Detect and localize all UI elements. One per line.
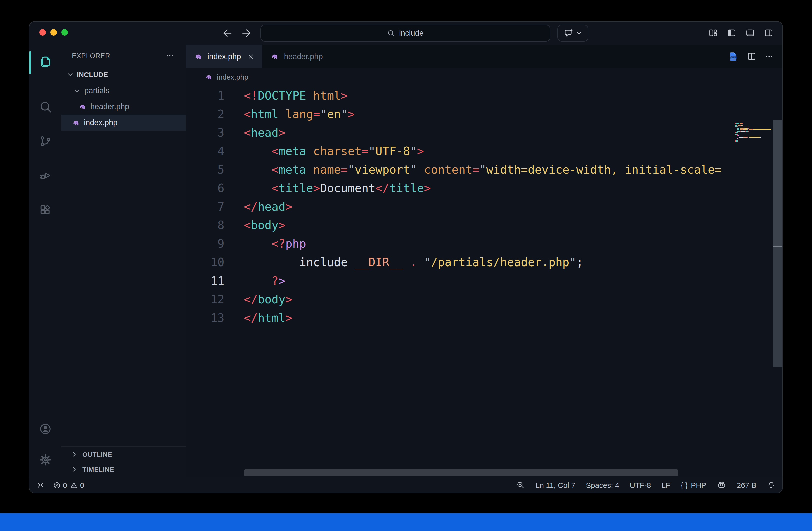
explorer-more-actions-icon[interactable] [166, 52, 174, 59]
code-line[interactable]: 8<body> [186, 216, 783, 234]
title-bar: include [29, 22, 783, 44]
token: = [313, 107, 320, 120]
toggle-secondary-sidebar-icon[interactable] [764, 28, 773, 38]
toggle-primary-sidebar-icon[interactable] [727, 28, 737, 38]
token: > [424, 181, 431, 194]
minimap-line [735, 128, 773, 129]
tree-item-partials[interactable]: partials [61, 83, 186, 99]
code-text: ?> [224, 274, 286, 287]
desktop-wallpaper-strip [0, 514, 812, 531]
code-line[interactable]: 3<head> [186, 123, 783, 142]
token: meta [279, 144, 306, 157]
explorer-icon[interactable] [33, 49, 58, 73]
timeline-section-header[interactable]: TIMELINE [61, 462, 186, 477]
token: > [286, 293, 292, 306]
editor-group: index.php header.php PHP [186, 44, 783, 477]
code-line[interactable]: 4 <meta charset="UTF-8"> [186, 142, 783, 160]
minimize-window-button[interactable] [50, 29, 57, 35]
token: UTF-8 [376, 144, 410, 157]
code-line[interactable]: 6 <title>Document</title> [186, 179, 783, 197]
minimap-line [735, 129, 773, 130]
token: charset [313, 144, 362, 157]
token [244, 274, 272, 287]
line-number: 7 [186, 200, 224, 213]
notifications-bell-icon[interactable] [767, 481, 775, 489]
code-line[interactable]: 2<html lang="en"> [186, 104, 783, 123]
code-editor[interactable]: 1<!DOCTYPE html>2<html lang="en">3<head>… [186, 86, 783, 477]
run-debug-icon[interactable] [33, 164, 58, 188]
line-number: 6 [186, 181, 224, 194]
token: = [341, 163, 348, 176]
code-line[interactable]: 11 ?> [186, 271, 783, 290]
extensions-icon[interactable] [33, 198, 58, 222]
minimap-line [735, 138, 773, 139]
problems-status[interactable]: 0 0 [53, 481, 84, 489]
minimap[interactable] [735, 123, 773, 143]
status-bar: 0 0 Ln 11, Col 7 Spaces: 4 UTF-8 [29, 477, 783, 493]
back-arrow-icon[interactable] [221, 27, 233, 39]
code-line[interactable]: 9 <?php [186, 234, 783, 253]
eol-status[interactable]: LF [662, 481, 670, 489]
code-line[interactable]: 5 <meta name="viewport" content="width=d… [186, 160, 783, 179]
source-control-icon[interactable] [33, 129, 58, 153]
token: " [348, 163, 355, 176]
code-text: <!DOCTYPE html> [224, 89, 348, 102]
code-line[interactable]: 7</head> [186, 197, 783, 216]
copilot-chat-button[interactable] [557, 25, 589, 42]
tree-item-index-php[interactable]: index.php [61, 115, 186, 131]
file-size-status[interactable]: 267 B [737, 481, 756, 489]
horizontal-scrollbar[interactable] [244, 470, 679, 476]
copilot-status-icon[interactable] [717, 480, 726, 490]
breadcrumb-item[interactable]: index.php [217, 73, 248, 81]
forward-arrow-icon[interactable] [241, 27, 252, 39]
token: > [341, 89, 348, 102]
token: " [369, 144, 376, 157]
command-center-search[interactable]: include [261, 25, 551, 42]
cursor-position-status[interactable]: Ln 11, Col 7 [536, 481, 576, 489]
tree-item-header-php[interactable]: header.php [61, 99, 186, 115]
vertical-scrollbar[interactable] [773, 120, 783, 367]
toggle-panel-icon[interactable] [745, 28, 755, 38]
code-line[interactable]: 13</html> [186, 308, 783, 327]
explorer-title: EXPLORER [72, 52, 110, 59]
search-view-icon[interactable] [33, 95, 58, 118]
close-tab-icon[interactable] [247, 53, 255, 60]
code-line[interactable]: 10 include __DIR__ . "/partials/header.p… [186, 253, 783, 271]
token: meta [279, 163, 306, 176]
line-number: 9 [186, 237, 224, 250]
close-window-button[interactable] [40, 29, 46, 35]
token: Document [320, 181, 376, 194]
run-php-file-icon[interactable]: PHP [728, 51, 739, 61]
code-line[interactable]: 1<!DOCTYPE html> [186, 86, 783, 104]
account-icon[interactable] [33, 417, 58, 441]
settings-gear-icon[interactable] [33, 448, 58, 472]
line-number: 2 [186, 107, 224, 120]
encoding-status[interactable]: UTF-8 [630, 481, 651, 489]
split-editor-icon[interactable] [747, 52, 756, 61]
tab-index-php[interactable]: index.php [186, 44, 262, 68]
code-text: <body> [224, 219, 286, 232]
token: . [410, 255, 417, 268]
tree-root-include[interactable]: INCLUDE [61, 67, 186, 83]
language-status[interactable]: { } PHP [681, 481, 707, 489]
token: DOCTYPE [258, 89, 306, 102]
token [403, 255, 410, 268]
tree-item-label: index.php [84, 118, 117, 127]
token: < [272, 163, 279, 176]
token [306, 163, 313, 176]
token: <! [244, 89, 258, 102]
tab-header-php[interactable]: header.php [262, 44, 331, 68]
code-line[interactable]: 12</body> [186, 290, 783, 308]
token: " [410, 163, 417, 176]
token: en [327, 107, 341, 120]
maximize-window-button[interactable] [61, 29, 68, 35]
zoom-in-icon[interactable] [517, 481, 525, 489]
indentation-status[interactable]: Spaces: 4 [586, 481, 619, 489]
remote-indicator-icon[interactable] [37, 481, 45, 489]
token: > [417, 144, 424, 157]
editor-more-actions-icon[interactable] [765, 52, 773, 60]
customize-layout-icon[interactable] [709, 28, 718, 38]
line-number: 1 [186, 89, 224, 102]
token: ; [577, 255, 583, 268]
outline-section-header[interactable]: OUTLINE [61, 447, 186, 462]
